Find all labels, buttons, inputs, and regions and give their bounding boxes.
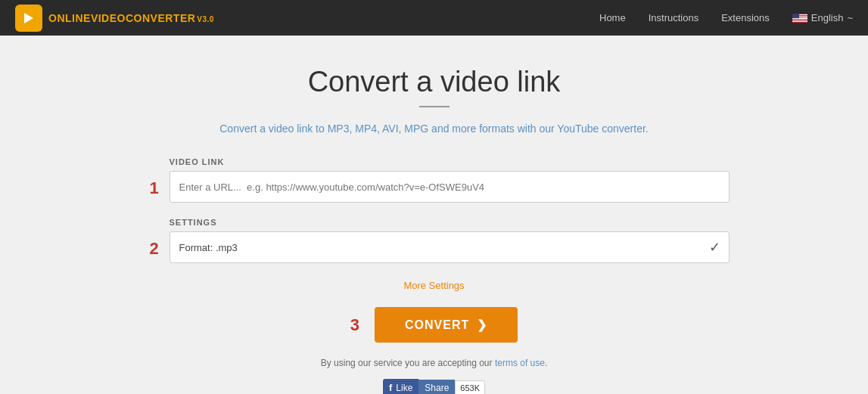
step2-row: 2 SETTINGS Format: .mp3 Format: .mp4 For… [139,218,730,263]
page-title: Convert a video link [308,66,561,98]
terms-period: . [545,358,547,368]
logo-icon [15,5,42,32]
format-select-wrapper: Format: .mp3 Format: .mp4 Format: .avi F… [170,231,730,263]
language-label: English [811,12,844,23]
convert-arrow-icon: ❯ [477,318,487,332]
fb-count: 653K [455,380,485,395]
fb-like-button[interactable]: f Like [383,379,418,394]
nav-instructions[interactable]: Instructions [649,12,698,23]
fb-share-button[interactable]: Share [418,380,455,395]
nav-home[interactable]: Home [599,12,626,23]
flag-icon [792,14,807,23]
fb-row: f Like Share 653K [139,379,730,394]
form-area: 1 VIDEO LINK 2 SETTINGS Format: .mp3 For… [139,157,730,394]
main-nav: Home Instructions Extensions English ~ [599,12,853,23]
fb-share-label: Share [425,383,449,393]
fb-logo: f [389,382,392,393]
logo-link[interactable]: OnlineVideoConverterv3.0 [15,5,214,32]
terms-prefix: By using our service you are accepting o… [321,358,493,368]
format-select[interactable]: Format: .mp3 Format: .mp4 Format: .avi F… [170,231,730,263]
language-selector[interactable]: English ~ [792,12,853,23]
subtitle: Convert a video link to MP3, MP4, AVI, M… [219,123,649,135]
step1-number: 1 [139,157,170,198]
settings-label: SETTINGS [170,218,730,227]
header: OnlineVideoConverterv3.0 Home Instructio… [0,0,868,36]
nav-extensions[interactable]: Extensions [721,12,770,23]
step3-number: 3 [350,315,359,335]
fb-count-value: 653K [460,383,480,392]
more-settings-link[interactable]: More Settings [403,280,464,291]
convert-button[interactable]: CONVERT ❯ [375,307,518,343]
video-link-label: VIDEO LINK [170,157,730,166]
language-chevron: ~ [847,12,853,23]
logo-version: v3.0 [197,15,214,23]
main-content: Convert a video link Convert a video lin… [0,36,868,394]
url-input[interactable] [170,171,730,203]
terms-text: By using our service you are accepting o… [139,358,730,368]
step1-field-group: VIDEO LINK [170,157,730,203]
convert-label: CONVERT [405,318,469,332]
logo-text: OnlineVideoConverterv3.0 [48,12,214,24]
convert-row: 3 CONVERT ❯ [139,307,730,343]
step1-row: 1 VIDEO LINK [139,157,730,203]
step2-field-group: SETTINGS Format: .mp3 Format: .mp4 Forma… [170,218,730,263]
terms-link[interactable]: terms of use [495,358,545,368]
fb-like-label: Like [396,383,412,393]
step2-number: 2 [139,218,170,259]
more-settings-row: More Settings [139,278,730,292]
title-divider [419,106,450,107]
